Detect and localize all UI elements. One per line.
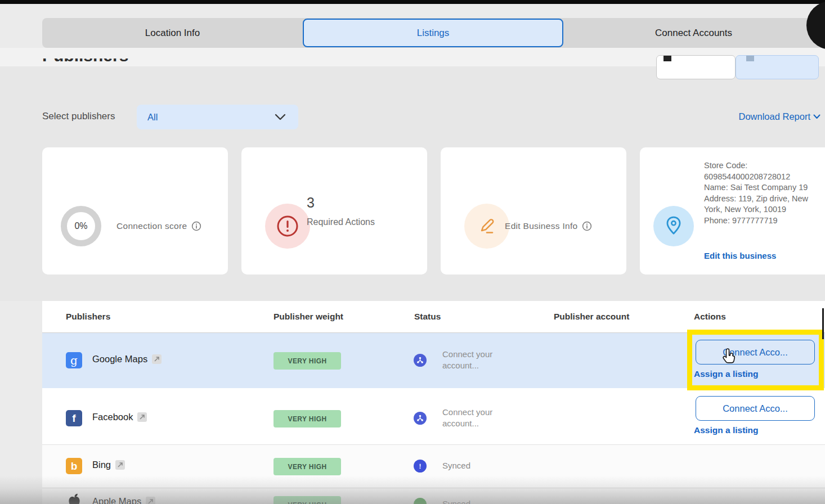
connection-score-ring: 0% bbox=[61, 206, 101, 246]
assign-a-listing-link[interactable]: Assign a listing bbox=[694, 425, 759, 435]
top-tab-bar: Location Info Listings Connect Accounts bbox=[42, 18, 825, 48]
chevron-down-icon bbox=[813, 114, 820, 119]
table-row: b Bing VERY HIGH Synced bbox=[42, 445, 825, 488]
view-toggle-list-button[interactable] bbox=[656, 55, 736, 79]
connect-status-icon bbox=[414, 354, 427, 367]
view-toggle-card-button[interactable] bbox=[736, 55, 819, 79]
pencil-icon bbox=[477, 216, 497, 236]
business-details-card: Store Code: 6098544000208728012 Name: Sa… bbox=[640, 147, 825, 274]
status-text: Connect your account... bbox=[442, 349, 513, 371]
map-pin-icon bbox=[664, 215, 683, 237]
alert-circle bbox=[265, 204, 310, 249]
external-link-icon[interactable] bbox=[137, 412, 147, 422]
col-actions: Actions bbox=[694, 312, 726, 322]
connection-score-label: Connection score bbox=[116, 221, 187, 231]
publisher-select-value: All bbox=[147, 112, 158, 123]
weight-badge: VERY HIGH bbox=[273, 410, 341, 428]
edit-business-info-label: Edit Business Info bbox=[505, 221, 577, 231]
required-actions-card: 3 Required Actions bbox=[241, 147, 427, 274]
alert-icon bbox=[276, 214, 299, 238]
tab-location-info[interactable]: Location Info bbox=[42, 18, 303, 48]
required-actions-count: 3 bbox=[307, 195, 315, 211]
synced-status-icon bbox=[414, 460, 427, 472]
info-icon[interactable] bbox=[582, 221, 592, 231]
publisher-name: Facebook bbox=[92, 412, 147, 422]
apple-maps-icon bbox=[66, 493, 82, 504]
publisher-name: Apple Maps bbox=[92, 496, 155, 504]
col-status: Status bbox=[414, 312, 441, 322]
business-name: Name: Sai Test Company 19 bbox=[704, 182, 817, 194]
publisher-select-dropdown[interactable]: All bbox=[137, 105, 298, 129]
google-maps-icon: g bbox=[66, 352, 82, 368]
table-row: g Google Maps VERY HIGH Connect your acc… bbox=[42, 333, 825, 388]
chevron-down-icon bbox=[275, 114, 286, 120]
assign-a-listing-link[interactable]: Assign a listing bbox=[694, 369, 759, 379]
synced-status-icon bbox=[414, 498, 427, 504]
publisher-name-label: Apple Maps bbox=[92, 496, 141, 504]
select-publishers-label: Select publishers bbox=[42, 111, 115, 122]
table-header: Publishers Publisher weight Status Publi… bbox=[42, 301, 825, 333]
publisher-name: Google Maps bbox=[92, 354, 162, 364]
weight-badge: VERY HIGH bbox=[273, 352, 341, 370]
listings-page: Location Info Listings Connect Accounts … bbox=[0, 0, 825, 504]
connect-status-icon bbox=[414, 412, 427, 425]
bing-icon: b bbox=[66, 458, 82, 474]
external-link-icon[interactable] bbox=[146, 497, 155, 504]
connection-score-card: 0% Connection score bbox=[42, 147, 228, 274]
facebook-icon: f bbox=[66, 410, 82, 426]
business-details-text: Store Code: 6098544000208728012 Name: Sa… bbox=[704, 160, 817, 227]
publisher-name-label: Bing bbox=[92, 460, 111, 470]
col-publisher-account: Publisher account bbox=[554, 312, 629, 322]
publishers-table: Publishers Publisher weight Status Publi… bbox=[42, 301, 825, 504]
location-circle bbox=[653, 206, 694, 246]
screen-edge-artifact bbox=[822, 308, 824, 339]
publisher-name: Bing bbox=[92, 460, 125, 470]
publisher-name-label: Facebook bbox=[92, 412, 133, 422]
col-publisher-weight: Publisher weight bbox=[273, 312, 343, 322]
connect-account-button[interactable]: Connect Acco... bbox=[696, 396, 815, 421]
weight-badge: VERY HIGH bbox=[273, 458, 341, 475]
status-text: Synced bbox=[442, 498, 513, 504]
connection-score-value: 0% bbox=[74, 221, 87, 231]
store-code-value: 6098544000208728012 bbox=[704, 172, 817, 183]
edit-this-business-link[interactable]: Edit this business bbox=[704, 251, 776, 260]
connect-account-button[interactable]: Connect Acco... bbox=[696, 340, 815, 364]
table-row: f Facebook VERY HIGH Connect your accoun… bbox=[42, 388, 825, 445]
publisher-name-label: Google Maps bbox=[92, 354, 147, 364]
external-link-icon[interactable] bbox=[152, 354, 162, 364]
tab-listings[interactable]: Listings bbox=[303, 19, 563, 47]
weight-badge: VERY HIGH bbox=[273, 496, 341, 504]
table-row: Apple Maps VERY HIGH Synced bbox=[42, 488, 825, 504]
download-report-label: Download Report bbox=[739, 111, 811, 122]
window-top-strip bbox=[0, 0, 825, 4]
tab-connect-accounts[interactable]: Connect Accounts bbox=[563, 18, 824, 48]
status-text: Synced bbox=[442, 460, 513, 471]
pencil-circle bbox=[464, 204, 509, 249]
store-code-label: Store Code: bbox=[704, 160, 817, 172]
edit-business-info-card[interactable]: Edit Business Info bbox=[441, 147, 626, 274]
list-view-icon bbox=[663, 56, 671, 61]
info-icon[interactable] bbox=[191, 221, 201, 231]
col-publishers: Publishers bbox=[66, 312, 110, 322]
required-actions-label: Required Actions bbox=[307, 217, 375, 227]
external-link-icon[interactable] bbox=[115, 460, 125, 470]
business-address: Address: 119, Zip drive, New York, New Y… bbox=[704, 194, 817, 215]
download-report-link[interactable]: Download Report bbox=[739, 111, 821, 122]
business-phone: Phone: 9777777719 bbox=[704, 215, 817, 227]
card-view-icon bbox=[746, 56, 754, 61]
status-text: Connect your account... bbox=[442, 407, 513, 429]
